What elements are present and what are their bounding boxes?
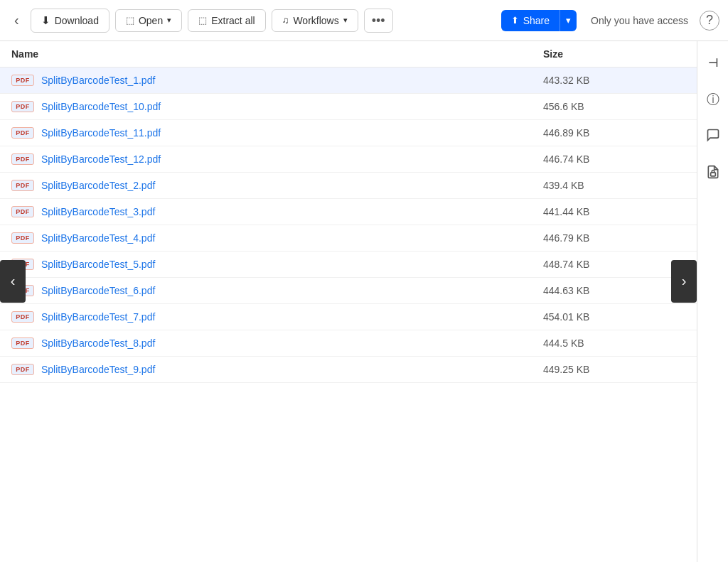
file-link[interactable]: SplitByBarcodeTest_5.pdf — [41, 259, 155, 270]
table-row[interactable]: PDF SplitByBarcodeTest_1.pdf 443.32 KB — [0, 67, 697, 94]
file-link[interactable]: SplitByBarcodeTest_2.pdf — [41, 180, 155, 191]
file-link[interactable]: SplitByBarcodeTest_12.pdf — [41, 153, 161, 165]
extract-label: Extract all — [211, 15, 255, 26]
table-row[interactable]: PDF SplitByBarcodeTest_7.pdf 454.01 KB — [0, 304, 697, 330]
file-link[interactable]: SplitByBarcodeTest_8.pdf — [41, 337, 155, 349]
table-row[interactable]: PDF SplitByBarcodeTest_3.pdf 441.44 KB — [0, 199, 697, 225]
file-name-cell: PDF SplitByBarcodeTest_3.pdf — [11, 206, 543, 217]
pdf-badge: PDF — [11, 311, 34, 323]
prev-button[interactable]: ‹ — [0, 260, 26, 303]
next-icon: › — [682, 273, 687, 289]
pdf-badge: PDF — [11, 127, 34, 139]
share-label: Share — [523, 15, 550, 26]
file-size: 456.6 KB — [543, 101, 685, 112]
help-icon: ? — [706, 13, 713, 28]
file-size: 448.74 KB — [543, 259, 685, 270]
back-button[interactable]: ‹ — [9, 9, 25, 31]
share-group: ⬆ Share ▾ — [501, 10, 577, 31]
share-icon: ⬆ — [511, 15, 519, 26]
workflows-button[interactable]: ♫ Workflows ▾ — [272, 9, 358, 32]
table-row[interactable]: PDF SplitByBarcodeTest_4.pdf 446.79 KB — [0, 225, 697, 252]
col-size-header: Size — [543, 48, 685, 60]
pdf-badge: PDF — [11, 364, 34, 375]
svg-rect-0 — [710, 172, 715, 175]
help-button[interactable]: ? — [700, 11, 719, 31]
info-icon: ⓘ — [707, 91, 719, 108]
pdf-badge: PDF — [11, 232, 34, 244]
file-size: 444.5 KB — [543, 337, 685, 349]
share-caret-icon: ▾ — [566, 15, 571, 26]
file-name-cell: PDF SplitByBarcodeTest_4.pdf — [11, 232, 543, 244]
open-button[interactable]: ⬚ Open ▾ — [115, 9, 182, 32]
share-button[interactable]: ⬆ Share — [501, 10, 560, 31]
comment-button[interactable] — [700, 124, 726, 149]
extract-icon: ⬚ — [198, 15, 207, 26]
workflows-chevron-icon: ▾ — [343, 16, 348, 25]
file-link[interactable]: SplitByBarcodeTest_1.pdf — [41, 75, 155, 86]
table-row[interactable]: PDF SplitByBarcodeTest_2.pdf 439.4 KB — [0, 173, 697, 199]
file-name-cell: PDF SplitByBarcodeTest_12.pdf — [11, 153, 543, 165]
col-name-header: Name — [11, 48, 543, 60]
file-link[interactable]: SplitByBarcodeTest_10.pdf — [41, 101, 161, 112]
download-icon: ⬇ — [41, 14, 50, 27]
prev-icon: ‹ — [11, 273, 16, 289]
open-chevron-icon: ▾ — [167, 16, 171, 25]
file-link[interactable]: SplitByBarcodeTest_11.pdf — [41, 127, 161, 139]
file-size: 444.63 KB — [543, 285, 685, 296]
table-row[interactable]: PDF SplitByBarcodeTest_9.pdf 449.25 KB — [0, 357, 697, 383]
more-label: ••• — [372, 13, 385, 28]
table-row[interactable]: PDF SplitByBarcodeTest_10.pdf 456.6 KB — [0, 94, 697, 120]
table-row[interactable]: PDF SplitByBarcodeTest_5.pdf 448.74 KB — [0, 252, 697, 278]
file-name-cell: PDF SplitByBarcodeTest_1.pdf — [11, 75, 543, 86]
table-row[interactable]: PDF SplitByBarcodeTest_6.pdf 444.63 KB — [0, 278, 697, 304]
file-list: Name Size PDF SplitByBarcodeTest_1.pdf 4… — [0, 41, 697, 562]
collapse-panel-icon: ⊣ — [708, 56, 718, 70]
file-link[interactable]: SplitByBarcodeTest_9.pdf — [41, 364, 155, 375]
collapse-panel-button[interactable]: ⊣ — [700, 50, 726, 75]
table-row[interactable]: PDF SplitByBarcodeTest_12.pdf 446.74 KB — [0, 146, 697, 173]
table-row[interactable]: PDF SplitByBarcodeTest_11.pdf 446.89 KB — [0, 120, 697, 146]
pdf-badge: PDF — [11, 206, 34, 217]
table-row[interactable]: PDF SplitByBarcodeTest_8.pdf 444.5 KB — [0, 330, 697, 357]
file-size: 446.74 KB — [543, 153, 685, 165]
file-lock-icon — [706, 165, 720, 183]
share-caret-button[interactable]: ▾ — [560, 10, 577, 31]
pdf-badge: PDF — [11, 75, 34, 86]
file-lock-button[interactable] — [700, 161, 726, 186]
file-size: 443.32 KB — [543, 75, 685, 86]
pdf-badge: PDF — [11, 153, 34, 165]
pdf-badge: PDF — [11, 101, 34, 112]
download-button[interactable]: ⬇ Download — [31, 9, 109, 33]
file-name-cell: PDF SplitByBarcodeTest_7.pdf — [11, 311, 543, 323]
comment-icon — [706, 128, 720, 146]
info-button[interactable]: ⓘ — [700, 87, 726, 112]
pdf-badge: PDF — [11, 180, 34, 191]
file-size: 446.79 KB — [543, 232, 685, 244]
access-text: Only you have access — [591, 15, 688, 26]
file-link[interactable]: SplitByBarcodeTest_3.pdf — [41, 206, 155, 217]
file-link[interactable]: SplitByBarcodeTest_6.pdf — [41, 285, 155, 296]
table-header: Name Size — [0, 41, 697, 67]
more-options-button[interactable]: ••• — [364, 9, 393, 33]
download-label: Download — [55, 15, 99, 26]
right-sidebar: ⊣ ⓘ — [697, 41, 728, 562]
file-rows-container: PDF SplitByBarcodeTest_1.pdf 443.32 KB P… — [0, 67, 697, 383]
file-name-cell: PDF SplitByBarcodeTest_5.pdf — [11, 259, 543, 270]
file-size: 446.89 KB — [543, 127, 685, 139]
file-link[interactable]: SplitByBarcodeTest_7.pdf — [41, 311, 155, 323]
file-name-cell: PDF SplitByBarcodeTest_11.pdf — [11, 127, 543, 139]
pdf-badge: PDF — [11, 337, 34, 349]
file-size: 449.25 KB — [543, 364, 685, 375]
file-name-cell: PDF SplitByBarcodeTest_9.pdf — [11, 364, 543, 375]
file-name-cell: PDF SplitByBarcodeTest_8.pdf — [11, 337, 543, 349]
extract-all-button[interactable]: ⬚ Extract all — [188, 9, 265, 32]
file-size: 441.44 KB — [543, 206, 685, 217]
open-icon: ⬚ — [126, 15, 134, 26]
workflows-label: Workflows — [293, 15, 338, 26]
file-name-cell: PDF SplitByBarcodeTest_6.pdf — [11, 285, 543, 296]
toolbar: ‹ ⬇ Download ⬚ Open ▾ ⬚ Extract all ♫ Wo… — [0, 0, 728, 41]
file-link[interactable]: SplitByBarcodeTest_4.pdf — [41, 232, 155, 244]
file-name-cell: PDF SplitByBarcodeTest_10.pdf — [11, 101, 543, 112]
file-size: 439.4 KB — [543, 180, 685, 191]
next-button[interactable]: › — [671, 260, 697, 303]
